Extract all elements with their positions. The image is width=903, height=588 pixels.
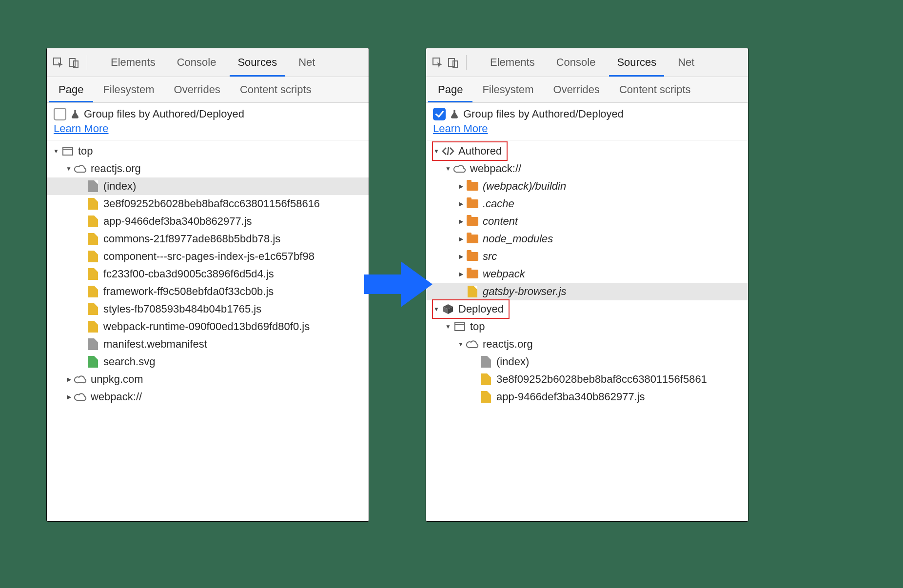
main-tab-sources[interactable]: Sources xyxy=(227,48,288,77)
tree-row[interactable]: search.svg xyxy=(47,353,369,371)
tree-row[interactable]: styles-fb708593b484b04b1765.js xyxy=(47,300,369,318)
disclosure-arrow-icon: ▶ xyxy=(457,271,464,277)
tree-item-label: content xyxy=(483,215,518,228)
tree-row[interactable]: (index) xyxy=(47,177,369,195)
tree-row[interactable]: ▼reactjs.org xyxy=(47,160,369,177)
tree-row[interactable]: ▶webpack:// xyxy=(47,388,369,406)
inspect-icon[interactable] xyxy=(431,56,444,69)
file-yellow-icon xyxy=(480,373,492,386)
tree-row[interactable]: ▶.cache xyxy=(426,195,748,213)
learn-more-link[interactable]: Learn More xyxy=(433,122,488,135)
disclosure-arrow-icon: ▶ xyxy=(457,183,464,190)
tree-row[interactable]: ▶webpack xyxy=(426,265,748,283)
tree-row[interactable]: ▶node_modules xyxy=(426,230,748,248)
code-icon xyxy=(442,145,454,157)
file-yellow-icon xyxy=(87,268,99,280)
main-tab-elements[interactable]: Elements xyxy=(100,48,166,77)
main-tab-elements[interactable]: Elements xyxy=(479,48,546,77)
learn-more-link[interactable]: Learn More xyxy=(54,122,109,135)
sub-tab-overrides[interactable]: Overrides xyxy=(164,77,230,102)
tree-row[interactable]: ▶unpkg.com xyxy=(47,371,369,388)
tree-row[interactable]: fc233f00-cba3d9005c3896f6d5d4.js xyxy=(47,265,369,283)
disclosure-arrow-icon: ▼ xyxy=(433,148,440,155)
file-yellow-icon xyxy=(87,215,99,228)
folder-icon xyxy=(466,215,479,228)
tree-row[interactable]: ▶(webpack)/buildin xyxy=(426,177,748,195)
tree-row[interactable]: ▼Deployed xyxy=(426,300,748,318)
file-grey-icon xyxy=(87,338,99,351)
disclosure-arrow-icon: ▶ xyxy=(65,376,72,383)
tree-row[interactable]: (index) xyxy=(426,353,748,371)
tree-row[interactable]: webpack-runtime-090f00ed13bd69fd80f0.js xyxy=(47,318,369,335)
tree-item-label: Authored xyxy=(458,145,502,157)
svg-rect-3 xyxy=(63,147,73,155)
file-yellow-icon xyxy=(87,303,99,315)
tree-row[interactable]: 3e8f09252b6028beb8baf8cc63801156f58616 xyxy=(47,195,369,213)
group-files-checkbox[interactable] xyxy=(433,108,446,120)
svg-line-8 xyxy=(448,147,449,155)
main-tab-console[interactable]: Console xyxy=(166,48,227,77)
inspect-icon[interactable] xyxy=(52,56,64,69)
tree-row[interactable]: ▼Authored xyxy=(426,142,748,160)
tree-row[interactable]: ▶content xyxy=(426,213,748,230)
disclosure-arrow-icon: ▼ xyxy=(457,341,464,348)
tree-group-highlight: ▼Deployed xyxy=(432,299,510,319)
tree-row[interactable]: app-9466def3ba340b862977.js xyxy=(426,388,748,406)
tree-item-label: component---src-pages-index-js-e1c657bf9… xyxy=(103,250,314,263)
group-files-checkbox[interactable] xyxy=(54,108,66,120)
main-tab-net[interactable]: Net xyxy=(288,48,326,77)
sub-tab-overrides[interactable]: Overrides xyxy=(544,77,609,102)
tree-row[interactable]: ▼reactjs.org xyxy=(426,335,748,353)
tree-item-label: app-9466def3ba340b862977.js xyxy=(496,391,645,403)
tree-item-label: fc233f00-cba3d9005c3896f6d5d4.js xyxy=(103,268,274,280)
tree-row[interactable]: component---src-pages-index-js-e1c657bf9… xyxy=(47,248,369,265)
svg-rect-9 xyxy=(455,323,465,331)
tree-item-label: commons-21f8977ade868b5bdb78.js xyxy=(103,233,280,245)
tree-row[interactable]: ▼top xyxy=(47,142,369,160)
tree-row[interactable]: manifest.webmanifest xyxy=(47,335,369,353)
folder-icon xyxy=(466,180,479,193)
svg-rect-6 xyxy=(449,59,454,66)
tree-item-label: styles-fb708593b484b04b1765.js xyxy=(103,303,261,315)
tree-row[interactable]: gatsby-browser.js xyxy=(426,283,748,300)
sources-subtabs: PageFilesystemOverridesContent scripts xyxy=(47,77,369,103)
folder-icon xyxy=(466,233,479,245)
device-toggle-icon[interactable] xyxy=(447,56,459,69)
sub-tab-content-scripts[interactable]: Content scripts xyxy=(609,77,701,102)
sub-tab-page[interactable]: Page xyxy=(428,77,472,102)
main-tab-console[interactable]: Console xyxy=(546,48,607,77)
tree-row[interactable]: ▶src xyxy=(426,248,748,265)
file-yellow-icon xyxy=(87,197,99,210)
tree-row[interactable]: ▼webpack:// xyxy=(426,160,748,177)
tree-row[interactable]: app-9466def3ba340b862977.js xyxy=(47,213,369,230)
main-tab-sources[interactable]: Sources xyxy=(606,48,667,77)
tree-item-label: top xyxy=(470,320,485,333)
tree-row[interactable]: ▼top xyxy=(426,318,748,335)
tree-item-label: top xyxy=(78,145,93,157)
cloud-icon xyxy=(74,373,87,386)
sub-tab-filesystem[interactable]: Filesystem xyxy=(472,77,543,102)
tree-item-label: 3e8f09252b6028beb8baf8cc63801156f58616 xyxy=(103,197,320,210)
tree-item-label: app-9466def3ba340b862977.js xyxy=(103,215,252,228)
folder-icon xyxy=(466,268,479,280)
main-tabs: ElementsConsoleSourcesNet xyxy=(100,48,326,77)
devtools-panel-left: ElementsConsoleSourcesNet PageFilesystem… xyxy=(46,48,369,522)
tree-row[interactable]: 3e8f09252b6028beb8baf8cc63801156f5861 xyxy=(426,371,748,388)
file-tree: ▼top▼reactjs.org(index)3e8f09252b6028beb… xyxy=(47,140,369,521)
tree-row[interactable]: framework-ff9c508ebfda0f33cb0b.js xyxy=(47,283,369,300)
tree-item-label: webpack-runtime-090f00ed13bd69fd80f0.js xyxy=(103,320,310,333)
cloud-icon xyxy=(74,391,87,403)
sub-tab-filesystem[interactable]: Filesystem xyxy=(93,77,164,102)
device-toggle-icon[interactable] xyxy=(67,56,80,69)
tree-item-label: webpack xyxy=(483,268,525,280)
disclosure-arrow-icon: ▼ xyxy=(445,165,452,172)
group-files-label: Group files by Authored/Deployed xyxy=(84,108,244,120)
frame-icon xyxy=(453,320,466,333)
tree-item-label: (webpack)/buildin xyxy=(483,180,566,193)
tree-row[interactable]: commons-21f8977ade868b5bdb78.js xyxy=(47,230,369,248)
main-tab-net[interactable]: Net xyxy=(667,48,705,77)
tree-item-label: .cache xyxy=(483,197,514,210)
sub-tab-content-scripts[interactable]: Content scripts xyxy=(230,77,321,102)
file-green-icon xyxy=(87,355,99,368)
sub-tab-page[interactable]: Page xyxy=(49,77,93,102)
